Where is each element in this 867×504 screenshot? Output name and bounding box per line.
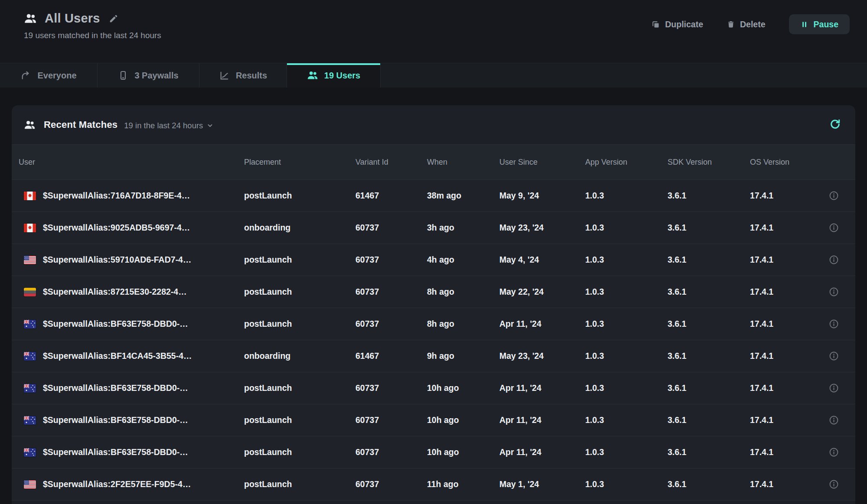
duplicate-icon bbox=[651, 20, 660, 29]
table-row[interactable]: $SuperwallAlias:BF14CA45-3B55-4… onboard… bbox=[12, 340, 855, 372]
os-version-cell: 17.4.1 bbox=[750, 479, 819, 489]
table-row[interactable]: $SuperwallAlias:BF63E758-DBD0-… postLaun… bbox=[12, 372, 855, 404]
table-row[interactable]: $SuperwallAlias:BF63E758-DBD0-… postLaun… bbox=[12, 436, 855, 468]
when-cell: 4h ago bbox=[427, 255, 499, 265]
info-cell bbox=[819, 286, 848, 297]
phone-icon bbox=[118, 70, 128, 81]
app-version-cell: 1.0.3 bbox=[585, 415, 668, 425]
os-version-cell: 17.4.1 bbox=[750, 447, 819, 457]
user-alias: $SuperwallAlias:87215E30-2282-4… bbox=[43, 287, 187, 297]
variant-id-cell: 61467 bbox=[355, 191, 427, 201]
os-version-cell: 17.4.1 bbox=[750, 191, 819, 201]
country-flag-icon bbox=[24, 448, 36, 457]
info-icon[interactable] bbox=[828, 190, 839, 201]
duplicate-button[interactable]: Duplicate bbox=[651, 20, 703, 29]
user-cell: $SuperwallAlias:BF63E758-DBD0-… bbox=[19, 415, 244, 425]
app-version-cell: 1.0.3 bbox=[585, 383, 668, 393]
table-row[interactable]: $SuperwallAlias:BF63E758-DBD0-… postLaun… bbox=[12, 404, 855, 436]
info-icon[interactable] bbox=[828, 351, 839, 361]
user-alias: $SuperwallAlias:BF63E758-DBD0-… bbox=[43, 383, 188, 393]
tab-paywalls-label: 3 Paywalls bbox=[134, 71, 178, 81]
info-icon[interactable] bbox=[828, 254, 839, 265]
placement-cell: postLaunch bbox=[244, 319, 355, 329]
user-alias: $SuperwallAlias:9025ADB5-9697-4… bbox=[43, 223, 190, 233]
user-cell: $SuperwallAlias:BF63E758-DBD0-… bbox=[19, 319, 244, 329]
info-cell bbox=[819, 190, 848, 201]
table-row[interactable]: $SuperwallAlias:2F2E57EE-F9D5-4… postLau… bbox=[12, 468, 855, 501]
sdk-version-cell: 3.6.1 bbox=[668, 351, 750, 361]
user-alias: $SuperwallAlias:716A7D18-8F9E-4… bbox=[43, 191, 190, 201]
tab-users[interactable]: 19 Users bbox=[287, 63, 381, 88]
info-cell bbox=[819, 383, 848, 393]
sdk-version-cell: 3.6.1 bbox=[668, 223, 750, 233]
when-cell: 8h ago bbox=[427, 287, 499, 297]
country-flag-icon bbox=[24, 384, 36, 393]
pause-button[interactable]: Pause bbox=[789, 14, 850, 34]
table-row[interactable]: $SuperwallAlias:9025ADB5-9697-4… onboard… bbox=[12, 212, 855, 244]
when-cell: 3h ago bbox=[427, 223, 499, 233]
placement-cell: postLaunch bbox=[244, 415, 355, 425]
sdk-version-cell: 3.6.1 bbox=[668, 479, 750, 489]
when-cell: 8h ago bbox=[427, 319, 499, 329]
info-icon[interactable] bbox=[828, 383, 839, 393]
users-icon bbox=[307, 70, 318, 81]
user-since-cell: May 4, '24 bbox=[499, 255, 585, 265]
chevron-down-icon bbox=[206, 121, 214, 130]
users-icon bbox=[24, 119, 36, 131]
edit-pencil-icon[interactable] bbox=[109, 14, 118, 23]
table-header: UserPlacementVariant IdWhenUser SinceApp… bbox=[12, 144, 855, 180]
info-icon[interactable] bbox=[828, 447, 839, 458]
variant-id-cell: 60737 bbox=[355, 223, 427, 233]
placement-cell: postLaunch bbox=[244, 383, 355, 393]
table-row[interactable]: $SuperwallAlias:BF63E758-DBD0-… postLaun… bbox=[12, 308, 855, 340]
info-icon[interactable] bbox=[828, 286, 839, 297]
info-icon[interactable] bbox=[828, 479, 839, 490]
user-cell: $SuperwallAlias:59710AD6-FAD7-4… bbox=[19, 255, 244, 265]
user-alias: $SuperwallAlias:BF63E758-DBD0-… bbox=[43, 415, 188, 425]
sdk-version-cell: 3.6.1 bbox=[668, 415, 750, 425]
table-row[interactable]: $SuperwallAlias:87215E30-2282-4… postLau… bbox=[12, 276, 855, 308]
info-cell bbox=[819, 319, 848, 329]
time-range-dropdown[interactable]: 19 in the last 24 hours bbox=[124, 120, 214, 130]
table-row[interactable]: $SuperwallAlias:59710AD6-FAD7-4… postLau… bbox=[12, 244, 855, 276]
tab-everyone[interactable]: Everyone bbox=[0, 63, 98, 88]
info-icon[interactable] bbox=[828, 319, 839, 329]
user-alias: $SuperwallAlias:BF14CA45-3B55-4… bbox=[43, 351, 192, 361]
route-icon bbox=[20, 70, 31, 81]
info-icon[interactable] bbox=[828, 222, 839, 233]
delete-button[interactable]: Delete bbox=[727, 20, 766, 29]
app-version-cell: 1.0.3 bbox=[585, 223, 668, 233]
os-version-cell: 17.4.1 bbox=[750, 255, 819, 265]
variant-id-cell: 60737 bbox=[355, 415, 427, 425]
variant-id-cell: 60737 bbox=[355, 447, 427, 457]
when-cell: 38m ago bbox=[427, 191, 499, 201]
os-version-cell: 17.4.1 bbox=[750, 223, 819, 233]
page-title: All Users bbox=[45, 11, 100, 26]
user-since-cell: May 9, '24 bbox=[499, 191, 585, 201]
tab-results-label: Results bbox=[236, 71, 267, 81]
app-version-cell: 1.0.3 bbox=[585, 319, 668, 329]
placement-cell: onboarding bbox=[244, 223, 355, 233]
user-cell: $SuperwallAlias:87215E30-2282-4… bbox=[19, 287, 244, 297]
table-row[interactable]: $SuperwallAlias:716A7D18-8F9E-4… postLau… bbox=[12, 180, 855, 212]
user-since-cell: May 1, '24 bbox=[499, 479, 585, 489]
variant-id-cell: 60737 bbox=[355, 287, 427, 297]
sdk-version-cell: 3.6.1 bbox=[668, 287, 750, 297]
placement-cell: postLaunch bbox=[244, 191, 355, 201]
tab-results[interactable]: Results bbox=[199, 63, 287, 88]
country-flag-icon bbox=[24, 416, 36, 425]
app-version-cell: 1.0.3 bbox=[585, 287, 668, 297]
os-version-cell: 17.4.1 bbox=[750, 383, 819, 393]
variant-id-cell: 60737 bbox=[355, 319, 427, 329]
recent-matches-card: Recent Matches 19 in the last 24 hours U… bbox=[12, 105, 855, 504]
placement-cell: postLaunch bbox=[244, 479, 355, 489]
user-since-cell: May 23, '24 bbox=[499, 223, 585, 233]
info-cell bbox=[819, 447, 848, 458]
os-version-cell: 17.4.1 bbox=[750, 415, 819, 425]
refresh-button[interactable] bbox=[829, 118, 841, 132]
when-cell: 10h ago bbox=[427, 383, 499, 393]
info-icon[interactable] bbox=[828, 415, 839, 426]
column-header-variant-id: Variant Id bbox=[355, 158, 427, 167]
tab-paywalls[interactable]: 3 Paywalls bbox=[98, 63, 199, 88]
column-header-sdk-version: SDK Version bbox=[668, 158, 750, 167]
